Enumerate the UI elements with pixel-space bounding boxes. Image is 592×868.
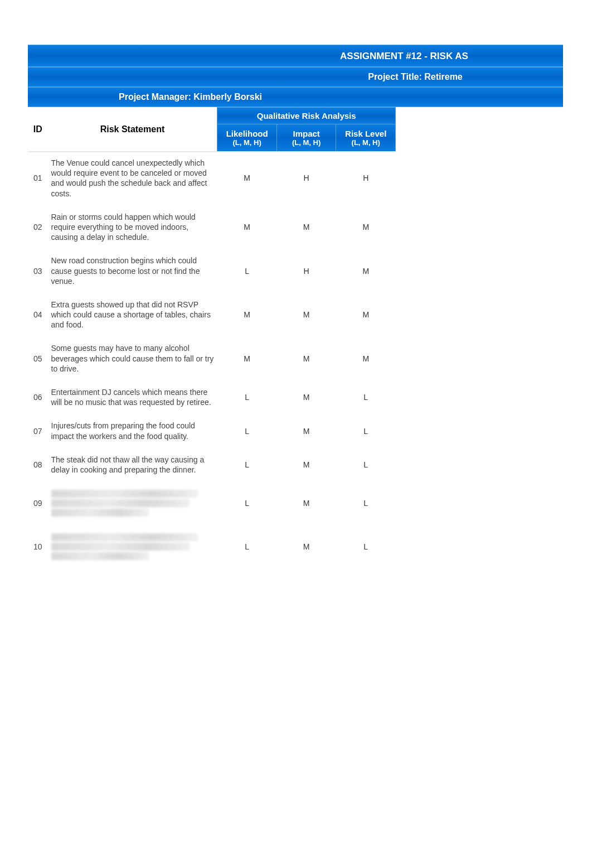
cell-id: 09 [28, 481, 48, 525]
blurred-line [51, 490, 198, 498]
cell-risk-statement: Injures/cuts from preparing the food cou… [48, 414, 217, 447]
blurred-line [51, 552, 149, 560]
cell-likelihood: L [217, 249, 277, 293]
cell-likelihood: L [217, 380, 277, 414]
table-row: 08The steak did not thaw all the way cau… [28, 448, 396, 481]
cell-likelihood: L [217, 414, 277, 447]
col-header-id-label: ID [33, 124, 42, 134]
cell-id: 05 [28, 336, 48, 380]
cell-id: 08 [28, 448, 48, 481]
col-header-likelihood: Likelihood (L, M, H) [217, 124, 277, 152]
section-header-qualitative: Qualitative Risk Analysis [217, 108, 396, 124]
cell-risk-level: L [336, 525, 396, 568]
cell-id: 02 [28, 205, 48, 249]
assignment-title-band: ASSIGNMENT #12 - RISK AS [28, 45, 563, 67]
cell-impact: H [276, 249, 336, 293]
cell-likelihood: L [217, 448, 277, 481]
risk-table: ID Risk Statement Qualitative Risk Analy… [28, 107, 396, 570]
section-header-label: Qualitative Risk Analysis [257, 111, 356, 120]
cell-risk-statement: Rain or storms could happen which would … [48, 205, 217, 249]
cell-risk-level: M [336, 205, 396, 249]
cell-risk-level: M [336, 293, 396, 337]
table-row: 01The Venue could cancel unexpectedly wh… [28, 152, 396, 205]
cell-impact: M [276, 481, 336, 525]
cell-id: 07 [28, 414, 48, 447]
risklevel-label: Risk Level [345, 129, 386, 138]
project-manager: Project Manager: Kimberly Borski [119, 92, 262, 102]
cell-id: 01 [28, 152, 48, 205]
col-header-risklevel: Risk Level (L, M, H) [336, 124, 396, 152]
cell-likelihood: M [217, 152, 277, 205]
table-row: 04Extra guests showed up that did not RS… [28, 293, 396, 337]
cell-risk-level: L [336, 448, 396, 481]
blurred-line [51, 533, 198, 541]
risklevel-sub: (L, M, H) [339, 138, 392, 147]
cell-impact: M [276, 380, 336, 414]
cell-impact: M [276, 293, 336, 337]
likelihood-sub: (L, M, H) [221, 138, 273, 147]
cell-impact: M [276, 336, 336, 380]
cell-likelihood: M [217, 205, 277, 249]
col-header-risk: Risk Statement [48, 108, 217, 152]
cell-id: 10 [28, 525, 48, 568]
cell-impact: H [276, 152, 336, 205]
impact-sub: (L, M, H) [280, 138, 333, 147]
table-row: 10LML [28, 525, 396, 568]
blurred-line [51, 499, 190, 507]
table-row: 07Injures/cuts from preparing the food c… [28, 414, 396, 447]
cell-id: 04 [28, 293, 48, 337]
cell-risk-level: L [336, 481, 396, 525]
cell-impact: M [276, 525, 336, 568]
blurred-line [51, 509, 149, 517]
cell-risk-level: L [336, 414, 396, 447]
table-row: 06Entertainment DJ cancels which means t… [28, 380, 396, 414]
project-title: Project Title: Retireme [368, 72, 463, 81]
likelihood-label: Likelihood [226, 129, 268, 138]
document-container: ASSIGNMENT #12 - RISK AS Project Title: … [28, 45, 564, 570]
cell-risk-statement [48, 525, 217, 568]
cell-risk-level: H [336, 152, 396, 205]
cell-risk-statement: Extra guests showed up that did not RSVP… [48, 293, 217, 337]
cell-likelihood: M [217, 293, 277, 337]
cell-risk-level: L [336, 380, 396, 414]
blurred-line [51, 543, 190, 551]
cell-impact: M [276, 448, 336, 481]
cell-likelihood: M [217, 336, 277, 380]
cell-likelihood: L [217, 525, 277, 568]
cell-likelihood: L [217, 481, 277, 525]
cell-risk-statement: New road construction begins which could… [48, 249, 217, 293]
impact-label: Impact [293, 129, 319, 138]
cell-risk-statement [48, 481, 217, 525]
cell-risk-level: M [336, 249, 396, 293]
assignment-title: ASSIGNMENT #12 - RISK AS [340, 51, 468, 61]
table-row: 03New road construction begins which cou… [28, 249, 396, 293]
cell-risk-statement: Some guests may have to many alcohol bev… [48, 336, 217, 380]
project-title-band: Project Title: Retireme [28, 67, 563, 87]
cell-id: 03 [28, 249, 48, 293]
col-header-id: ID [28, 108, 48, 152]
cell-id: 06 [28, 380, 48, 414]
cell-impact: M [276, 205, 336, 249]
cell-risk-level: M [336, 336, 396, 380]
cell-impact: M [276, 414, 336, 447]
cell-risk-statement: The steak did not thaw all the way causi… [48, 448, 217, 481]
table-row: 05Some guests may have to many alcohol b… [28, 336, 396, 380]
cell-risk-statement: Entertainment DJ cancels which means the… [48, 380, 217, 414]
table-row: 02Rain or storms could happen which woul… [28, 205, 396, 249]
col-header-impact: Impact (L, M, H) [276, 124, 336, 152]
col-header-risk-label: Risk Statement [100, 124, 165, 134]
table-row: 09LML [28, 481, 396, 525]
cell-risk-statement: The Venue could cancel unexpectedly whic… [48, 152, 217, 205]
risk-table-body: 01The Venue could cancel unexpectedly wh… [28, 152, 396, 568]
project-manager-band: Project Manager: Kimberly Borski [28, 87, 563, 107]
